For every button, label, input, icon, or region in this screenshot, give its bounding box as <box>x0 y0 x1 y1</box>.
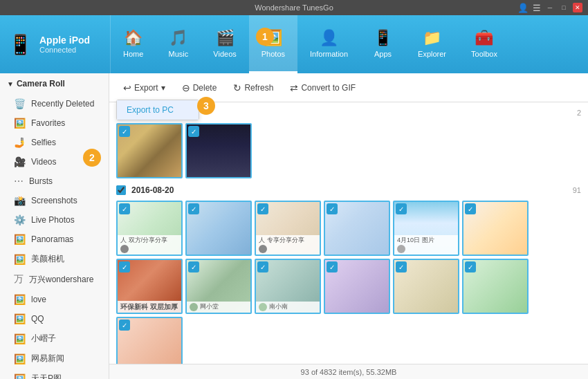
sidebar-item-faces[interactable]: 🖼️美颜相机 <box>0 249 109 269</box>
tab-toolbox[interactable]: 🧰Toolbox <box>459 15 510 73</box>
chevron-down-icon: ▼ <box>7 80 14 88</box>
content-area: ↩ Export ▾ ⊖ Delete ↻ Refresh ⇄ Convert … <box>109 73 588 379</box>
sidebar-item-wondershare[interactable]: 万万兴wondershare <box>0 269 109 290</box>
netease-sidebar-icon: 🖼️ <box>14 353 26 364</box>
sidebar-item-netease[interactable]: 🖼️网易新闻 <box>0 349 109 369</box>
restore-button[interactable]: □ <box>559 3 569 12</box>
photos-tab-icon: 🖼️ <box>264 29 282 47</box>
sidebar-item-favorites[interactable]: 🖼️Favorites <box>0 113 109 133</box>
tab-explorer[interactable]: 📁Explorer <box>405 15 459 73</box>
sidebar-item-xianzi[interactable]: 🖼️小嶍子 <box>0 329 109 349</box>
photo-thumb-p8[interactable]: ✓ <box>462 201 529 256</box>
tab-home[interactable]: 🏠Home <box>111 15 156 73</box>
photo-thumb-p11[interactable]: ✓ 南小南 <box>255 259 321 314</box>
main-layout: ▼ Camera Roll 🗑️Recently Deleted🖼️Favori… <box>0 73 588 379</box>
photo-check-p8: ✓ <box>465 203 476 214</box>
qq-sidebar-label: QQ <box>31 314 44 324</box>
favorites-sidebar-icon: 🖼️ <box>14 118 26 129</box>
sidebar-item-panoramas[interactable]: 🖼️Panoramas <box>0 230 109 249</box>
device-icon: 📱 <box>8 33 33 56</box>
sidebar-section-label: Camera Roll <box>17 79 65 89</box>
love-sidebar-icon: 🖼️ <box>14 294 26 305</box>
sidebar-item-videos[interactable]: 🎥Videos <box>0 152 109 172</box>
tab-information[interactable]: 👤Information <box>297 15 360 73</box>
netease-sidebar-label: 网易新闻 <box>31 353 64 364</box>
sidebar-item-qq[interactable]: 🖼️QQ <box>0 309 109 329</box>
photo-check-p15: ✓ <box>119 320 130 331</box>
photo-thumb-p6[interactable]: ✓ <box>324 201 390 256</box>
sidebar-section-camera-roll[interactable]: ▼ Camera Roll <box>0 73 109 94</box>
photo-check-p14: ✓ <box>465 261 476 272</box>
sidebar-item-love[interactable]: 🖼️love <box>0 290 109 309</box>
sidebar-item-bursts[interactable]: ⋯Bursts <box>0 172 109 191</box>
photo-thumb-p15[interactable]: ✓ <box>116 317 183 364</box>
titlebar: Wondershare TunesGo 👤 ☰ ─ □ ✕ <box>0 0 588 15</box>
photo-check-p10: ✓ <box>188 261 199 272</box>
refresh-button[interactable]: ↻ Refresh <box>226 79 280 97</box>
toolbar: ↩ Export ▾ ⊖ Delete ↻ Refresh ⇄ Convert … <box>109 73 588 102</box>
toolbox-tab-label: Toolbox <box>471 50 497 58</box>
photo-thumb-p12[interactable]: ✓ <box>324 259 390 314</box>
xianzi-sidebar-label: 小嶍子 <box>31 333 56 344</box>
minimize-button[interactable]: ─ <box>545 3 555 12</box>
convert-gif-button[interactable]: ⇄ Convert to GIF <box>283 79 362 97</box>
photo-thumb-p4[interactable]: ✓ <box>185 201 252 256</box>
photo-thumb-p1[interactable]: ✓ <box>116 123 183 178</box>
tab-videos[interactable]: 🎬Videos <box>201 15 248 73</box>
date-count-2016-08-20: 91 <box>573 186 581 194</box>
recently-deleted-sidebar-icon: 🗑️ <box>14 98 26 109</box>
photo-check-p13: ✓ <box>396 261 407 272</box>
photo-thumb-p13[interactable]: ✓ <box>393 259 459 314</box>
photo-check-p9: ✓ <box>119 261 130 272</box>
photo-overlay-p9: 环保新科 双层加厚 <box>118 301 181 313</box>
delete-button[interactable]: ⊖ Delete <box>175 79 224 97</box>
export-icon: ↩ <box>123 82 131 93</box>
tab-apps[interactable]: 📱Apps <box>360 15 405 73</box>
nav-tabs: 🏠Home🎵Music🎬Videos🖼️Photos👤Information📱A… <box>111 15 588 73</box>
selfies-sidebar-label: Selfies <box>31 138 56 147</box>
refresh-label: Refresh <box>244 83 273 93</box>
tab-photos[interactable]: 🖼️Photos <box>249 15 297 73</box>
live-photos-sidebar-icon: ⚙️ <box>14 214 26 225</box>
xianzi-sidebar-icon: 🖼️ <box>14 333 26 344</box>
photo-thumb-p10[interactable]: ✓ 网小堂 <box>185 259 252 314</box>
sidebar-item-screenshots[interactable]: 📸Screenshots <box>0 191 109 210</box>
close-button[interactable]: ✕ <box>573 3 582 12</box>
photo-thumb-p2[interactable]: ✓ <box>185 123 252 178</box>
photo-area[interactable]: 2016-08-21 2 ✓✓ 2016-08-20 91 ✓ 人 双方/分享分… <box>109 102 588 364</box>
information-tab-label: Information <box>310 50 348 58</box>
sidebar-item-recently-deleted[interactable]: 🗑️Recently Deleted <box>0 94 109 113</box>
sidebar-item-live-photos[interactable]: ⚙️Live Photos <box>0 210 109 230</box>
device-text: Apple iPod Connected <box>39 35 90 54</box>
screenshots-sidebar-icon: 📸 <box>14 195 26 206</box>
photo-thumb-p7[interactable]: ✓ 4月10日 图片 <box>393 201 459 256</box>
panoramas-sidebar-icon: 🖼️ <box>14 234 26 245</box>
home-tab-label: Home <box>123 50 143 58</box>
menu-icon[interactable]: ☰ <box>533 3 541 13</box>
date-checkbox-2016-08-20[interactable] <box>116 185 126 195</box>
tab-music[interactable]: 🎵Music <box>156 15 201 73</box>
photo-check-p7: ✓ <box>396 203 407 214</box>
photo-thumb-p9[interactable]: ✓环保新科 双层加厚 <box>116 259 183 314</box>
photo-check-p6: ✓ <box>327 203 338 214</box>
user-icon[interactable]: 👤 <box>517 3 529 13</box>
bursts-sidebar-icon: ⋯ <box>14 176 24 187</box>
export-label: Export <box>134 83 158 93</box>
sidebar-item-selfies[interactable]: 🤳Selfies <box>0 133 109 152</box>
videos-sidebar-label: Videos <box>31 157 56 167</box>
screenshots-sidebar-label: Screenshots <box>31 196 77 205</box>
photo-check-p4: ✓ <box>188 203 199 214</box>
export-to-pc-item[interactable]: Export to PC <box>117 100 199 120</box>
photo-thumb-p5[interactable]: ✓ 人 专享分享分享 <box>255 201 321 256</box>
photo-check-p3: ✓ <box>119 203 130 214</box>
photos-grid-2016-08-20: ✓ 人 双方/分享分享 ✓✓ 人 专享分享分享 ✓✓ 4月10日 图片 ✓✓环保… <box>116 201 581 364</box>
videos-tab-icon: 🎬 <box>216 29 235 47</box>
information-tab-icon: 👤 <box>320 29 338 47</box>
photo-overlay-p7: 4月10日 图片 <box>394 235 458 255</box>
photo-thumb-p3[interactable]: ✓ 人 双方/分享分享 <box>116 201 183 256</box>
explorer-tab-label: Explorer <box>418 50 446 58</box>
export-button[interactable]: ↩ Export ▾ <box>116 79 172 97</box>
export-dropdown: Export to PC <box>116 100 199 120</box>
photo-thumb-p14[interactable]: ✓ <box>462 259 529 314</box>
sidebar-item-tiantianting[interactable]: 🖼️天天P图 <box>0 369 109 379</box>
